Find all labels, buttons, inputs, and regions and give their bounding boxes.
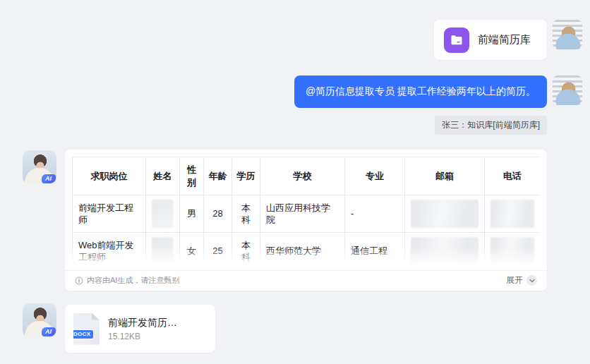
message-reference-chip: 张三：知识库[前端简历库] bbox=[435, 116, 547, 135]
knowledge-base-card[interactable]: 前端简历库 bbox=[434, 20, 547, 60]
knowledge-base-title: 前端简历库 bbox=[478, 33, 531, 47]
table-cell: 28 bbox=[204, 195, 232, 233]
chat-screen: 前端简历库 @简历信息提取专员 提取工作经验两年以上的简历。 张三：知识库[前端… bbox=[0, 0, 590, 364]
expand-button[interactable]: 展开 bbox=[506, 274, 537, 286]
ai-assistant-avatar[interactable]: AI bbox=[23, 150, 56, 184]
column-header: 性别 bbox=[180, 157, 204, 195]
table-cell: 本科 bbox=[232, 233, 260, 265]
table-cell: 前端开发工程师 bbox=[73, 195, 146, 233]
ai-badge: AI bbox=[42, 327, 56, 336]
folder-icon bbox=[444, 28, 469, 53]
column-header: 年龄 bbox=[204, 157, 232, 195]
disclaimer-text: 内容由AI生成，请注意甄别 bbox=[87, 275, 179, 286]
ai-card-footer: 内容由AI生成，请注意甄别 展开 bbox=[65, 270, 547, 290]
blurred-content bbox=[152, 200, 174, 228]
file-name: 前端开发简历… bbox=[108, 317, 177, 329]
table-cell: - bbox=[345, 195, 405, 233]
table-header-row: 求职岗位姓名性别年龄学历学校专业邮箱电话 bbox=[73, 157, 541, 195]
resume-table: 求职岗位姓名性别年龄学历学校专业邮箱电话 前端开发工程师男28本科山西应用科技学… bbox=[72, 157, 540, 265]
chevron-down-icon bbox=[526, 275, 537, 286]
table-cell: 25 bbox=[204, 233, 232, 265]
column-header: 学校 bbox=[260, 157, 345, 195]
column-header: 电话 bbox=[485, 157, 541, 195]
info-icon bbox=[75, 277, 83, 285]
docx-file-icon: DOCX bbox=[73, 313, 100, 345]
column-header: 学历 bbox=[232, 157, 260, 195]
column-header: 姓名 bbox=[146, 157, 180, 195]
ai-message-card: 求职岗位姓名性别年龄学历学校专业邮箱电话 前端开发工程师男28本科山西应用科技学… bbox=[65, 150, 547, 291]
table-cell: Web前端开发工程师 bbox=[73, 233, 146, 265]
redacted-cell bbox=[485, 195, 541, 233]
redacted-cell bbox=[485, 233, 541, 265]
redacted-cell bbox=[405, 233, 485, 265]
blurred-content bbox=[411, 200, 478, 228]
user-avatar[interactable] bbox=[553, 20, 582, 49]
blurred-content bbox=[490, 237, 534, 265]
column-header: 邮箱 bbox=[405, 157, 485, 195]
table-cell: 山西应用科技学院 bbox=[260, 195, 345, 233]
redacted-cell bbox=[146, 233, 180, 265]
user-message-bubble: @简历信息提取专员 提取工作经验两年以上的简历。 bbox=[294, 75, 547, 108]
docx-type-badge: DOCX bbox=[70, 329, 94, 339]
table-cell: 西华师范大学 bbox=[260, 233, 345, 265]
table-cell: 本科 bbox=[232, 195, 260, 233]
table-cell: 通信工程 bbox=[345, 233, 405, 265]
ai-assistant-avatar[interactable]: AI bbox=[23, 303, 56, 337]
redacted-cell bbox=[146, 195, 180, 233]
resume-table-container: 求职岗位姓名性别年龄学历学校专业邮箱电话 前端开发工程师男28本科山西应用科技学… bbox=[72, 157, 540, 265]
redacted-cell bbox=[405, 195, 485, 233]
file-meta: 前端开发简历… 15.12KB bbox=[108, 317, 177, 341]
user-avatar[interactable] bbox=[553, 75, 582, 105]
table-row: Web前端开发工程师女25本科西华师范大学通信工程 bbox=[73, 233, 541, 265]
file-size: 15.12KB bbox=[108, 332, 177, 341]
table-cell: 女 bbox=[180, 233, 204, 265]
blurred-content bbox=[411, 237, 478, 265]
column-header: 求职岗位 bbox=[73, 157, 146, 195]
blurred-content bbox=[152, 237, 174, 265]
file-attachment-card[interactable]: DOCX 前端开发简历… 15.12KB bbox=[65, 305, 215, 353]
expand-label: 展开 bbox=[506, 274, 523, 286]
column-header: 专业 bbox=[345, 157, 405, 195]
table-cell: 男 bbox=[180, 195, 204, 233]
ai-badge: AI bbox=[42, 174, 56, 183]
table-row: 前端开发工程师男28本科山西应用科技学院- bbox=[73, 195, 541, 233]
ai-disclaimer: 内容由AI生成，请注意甄别 bbox=[75, 275, 179, 286]
page-fold bbox=[92, 313, 100, 320]
blurred-content bbox=[490, 200, 534, 228]
